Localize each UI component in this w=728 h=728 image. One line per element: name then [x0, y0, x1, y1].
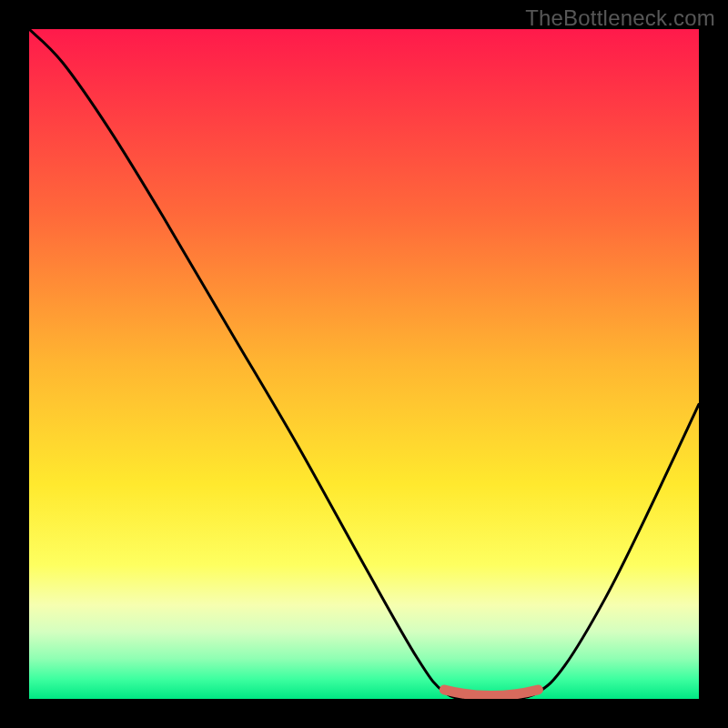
optimal-range-highlight: [444, 690, 538, 696]
plot-area: [29, 29, 699, 699]
bottleneck-curve: [29, 29, 699, 699]
chart-container: TheBottleneck.com: [0, 0, 728, 728]
watermark-text: TheBottleneck.com: [525, 5, 715, 31]
curve-layer: [29, 29, 699, 699]
